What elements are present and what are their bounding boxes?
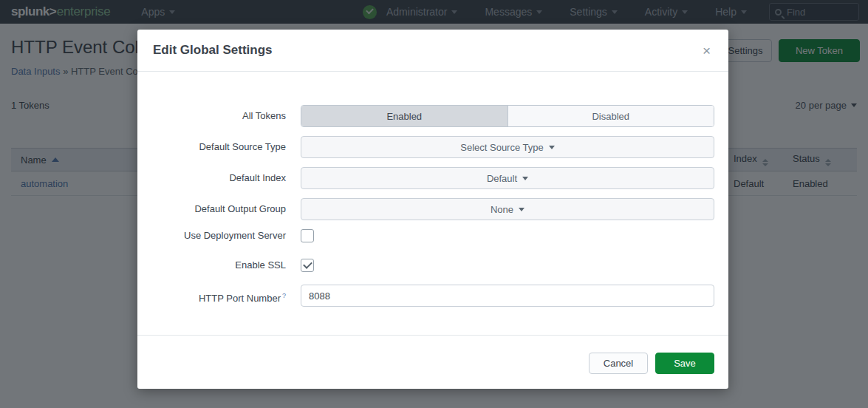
chevron-down-icon (522, 177, 528, 180)
modal-title: Edit Global Settings (153, 43, 273, 58)
modal-header: Edit Global Settings × (137, 30, 728, 72)
http-port-label: HTTP Port Number? (157, 285, 286, 310)
modal-body: All Tokens Enabled Disabled Default Sour… (137, 72, 728, 310)
http-port-row: HTTP Port Number? (157, 285, 714, 310)
chevron-down-icon (519, 208, 524, 211)
default-output-group-label: Default Output Group (157, 198, 286, 220)
chevron-down-icon (549, 146, 555, 149)
all-tokens-label: All Tokens (157, 105, 286, 127)
all-tokens-row: All Tokens Enabled Disabled (157, 105, 714, 127)
enable-ssl-label: Enable SSL (157, 259, 286, 272)
http-port-input[interactable] (301, 285, 714, 307)
help-tooltip-icon[interactable]: ? (282, 292, 286, 299)
all-tokens-enabled-option[interactable]: Enabled (301, 106, 508, 126)
use-deployment-server-checkbox[interactable] (301, 229, 314, 242)
default-source-type-row: Default Source Type Select Source Type (157, 136, 714, 158)
default-index-dropdown[interactable]: Default (301, 167, 714, 189)
all-tokens-disabled-option[interactable]: Disabled (508, 106, 714, 126)
save-button[interactable]: Save (655, 353, 714, 374)
cancel-button[interactable]: Cancel (589, 353, 648, 374)
enable-ssl-row: Enable SSL (157, 259, 714, 272)
default-index-label: Default Index (157, 167, 286, 189)
use-deployment-server-label: Use Deployment Server (157, 229, 286, 242)
default-source-type-label: Default Source Type (157, 136, 286, 158)
close-icon[interactable]: × (703, 44, 711, 58)
all-tokens-toggle: Enabled Disabled (301, 105, 714, 127)
enable-ssl-checkbox[interactable] (301, 259, 314, 272)
default-index-row: Default Index Default (157, 167, 714, 189)
edit-global-settings-modal: Edit Global Settings × All Tokens Enable… (137, 30, 728, 389)
default-source-type-dropdown[interactable]: Select Source Type (301, 136, 714, 158)
default-output-group-row: Default Output Group None (157, 198, 714, 220)
default-output-group-dropdown[interactable]: None (301, 198, 714, 220)
use-deployment-server-row: Use Deployment Server (157, 229, 714, 242)
modal-footer: Cancel Save (137, 335, 728, 389)
